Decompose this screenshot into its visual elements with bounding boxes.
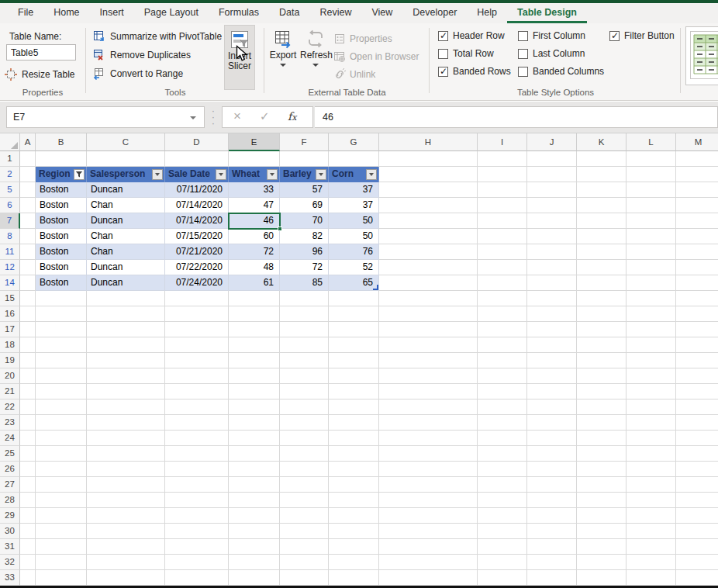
checkbox-box-first-column[interactable] bbox=[518, 31, 528, 41]
row-header-26[interactable]: 26 bbox=[0, 462, 20, 477]
row-header-32[interactable]: 32 bbox=[0, 555, 20, 570]
cancel-icon[interactable]: × bbox=[233, 109, 241, 124]
cell-F11[interactable]: 96 bbox=[280, 244, 329, 260]
row-header-22[interactable]: 22 bbox=[0, 399, 20, 415]
cell-B14[interactable]: Boston bbox=[36, 275, 87, 291]
row-header-2[interactable]: 2 bbox=[0, 167, 20, 182]
table-resize-handle[interactable] bbox=[373, 285, 378, 290]
cell-D8[interactable]: 07/15/2020 bbox=[165, 229, 229, 244]
table-name-input[interactable] bbox=[6, 44, 76, 61]
row-header-25[interactable]: 25 bbox=[0, 446, 20, 462]
row-header-1[interactable]: 1 bbox=[0, 151, 20, 167]
checkbox-box-banded-rows[interactable] bbox=[438, 67, 448, 77]
cell-D7[interactable]: 07/14/2020 bbox=[165, 213, 229, 229]
column-header-F[interactable]: F bbox=[280, 133, 329, 151]
row-header-21[interactable]: 21 bbox=[0, 384, 20, 399]
row-header-29[interactable]: 29 bbox=[0, 508, 20, 524]
checkbox-header-row[interactable]: Header Row bbox=[438, 29, 511, 43]
cell-F14[interactable]: 85 bbox=[280, 275, 329, 291]
filter-button-salesperson[interactable] bbox=[152, 169, 163, 180]
row-header-19[interactable]: 19 bbox=[0, 353, 20, 368]
cell-G11[interactable]: 76 bbox=[329, 244, 379, 260]
cell-D14[interactable]: 07/24/2020 bbox=[165, 275, 229, 291]
cell-E8[interactable]: 60 bbox=[229, 229, 280, 244]
cell-F5[interactable]: 57 bbox=[280, 182, 329, 198]
row-header-16[interactable]: 16 bbox=[0, 306, 20, 322]
checkbox-banded-columns[interactable]: Banded Columns bbox=[518, 64, 604, 78]
row-header-6[interactable]: 6 bbox=[0, 198, 20, 213]
column-header-L[interactable]: L bbox=[627, 133, 676, 151]
checkbox-box-total-row[interactable] bbox=[438, 49, 448, 59]
column-header-E[interactable]: E bbox=[229, 133, 280, 151]
row-header-18[interactable]: 18 bbox=[0, 337, 20, 353]
checkbox-banded-rows[interactable]: Banded Rows bbox=[438, 64, 511, 78]
cell-C6[interactable]: Chan bbox=[87, 198, 165, 213]
column-header-C[interactable]: C bbox=[87, 133, 165, 151]
export-button[interactable]: Export bbox=[268, 25, 299, 90]
column-header-D[interactable]: D bbox=[165, 133, 229, 151]
column-header-H[interactable]: H bbox=[379, 133, 478, 151]
cell-C11[interactable]: Chan bbox=[87, 244, 165, 260]
cell-G14[interactable]: 65 bbox=[329, 275, 379, 291]
table-header-salesperson[interactable]: Salesperson bbox=[87, 167, 165, 182]
summarize-with-pivottable-button[interactable]: Summarize with PivotTable bbox=[93, 27, 222, 46]
row-header-28[interactable]: 28 bbox=[0, 493, 20, 508]
cell-B5[interactable]: Boston bbox=[36, 182, 87, 198]
row-header-20[interactable]: 20 bbox=[0, 368, 20, 384]
row-header-24[interactable]: 24 bbox=[0, 431, 20, 446]
cell-C12[interactable]: Duncan bbox=[87, 260, 165, 275]
checkbox-box-filter-button[interactable] bbox=[609, 31, 620, 41]
table-header-wheat[interactable]: Wheat bbox=[229, 167, 280, 182]
tab-data[interactable]: Data bbox=[269, 3, 309, 23]
column-header-B[interactable]: B bbox=[36, 133, 87, 151]
row-header-31[interactable]: 31 bbox=[0, 539, 20, 555]
cell-F12[interactable]: 72 bbox=[280, 260, 329, 275]
cell-D11[interactable]: 07/21/2020 bbox=[165, 244, 229, 260]
row-header-8[interactable]: 8 bbox=[0, 229, 20, 244]
column-header-A[interactable]: A bbox=[20, 133, 36, 151]
cell-B12[interactable]: Boston bbox=[36, 260, 87, 275]
fx-icon[interactable]: fx bbox=[288, 110, 296, 123]
row-header-14[interactable]: 14 bbox=[0, 275, 20, 291]
tab-page-layout[interactable]: Page Layout bbox=[134, 3, 209, 23]
checkbox-last-column[interactable]: Last Column bbox=[518, 47, 604, 61]
cell-E5[interactable]: 33 bbox=[229, 182, 280, 198]
cell-B6[interactable]: Boston bbox=[36, 198, 87, 213]
checkbox-first-column[interactable]: First Column bbox=[518, 29, 604, 43]
row-header-11[interactable]: 11 bbox=[0, 244, 20, 260]
cell-G5[interactable]: 37 bbox=[329, 182, 379, 198]
checkbox-box-banded-columns[interactable] bbox=[518, 67, 528, 77]
tab-view[interactable]: View bbox=[361, 3, 402, 23]
formula-input[interactable]: 46 bbox=[315, 106, 718, 128]
cell-E14[interactable]: 61 bbox=[229, 275, 280, 291]
cell-G6[interactable]: 37 bbox=[329, 198, 379, 213]
cell-F6[interactable]: 69 bbox=[280, 198, 329, 213]
tab-help[interactable]: Help bbox=[467, 3, 507, 23]
cell-B7[interactable]: Boston bbox=[36, 213, 87, 229]
refresh-button[interactable]: Refresh bbox=[300, 25, 331, 90]
cell-B11[interactable]: Boston bbox=[36, 244, 87, 260]
cell-B8[interactable]: Boston bbox=[36, 229, 87, 244]
cell-D6[interactable]: 07/14/2020 bbox=[165, 198, 229, 213]
column-header-K[interactable]: K bbox=[577, 133, 627, 151]
row-header-17[interactable]: 17 bbox=[0, 322, 20, 337]
filter-button-sale-date[interactable] bbox=[216, 169, 226, 180]
export-dropdown-icon[interactable] bbox=[280, 64, 286, 67]
resize-table-button[interactable]: Resize Table bbox=[5, 65, 74, 84]
filter-button-barley[interactable] bbox=[316, 169, 326, 180]
column-header-J[interactable]: J bbox=[527, 133, 577, 151]
table-style-preview[interactable] bbox=[685, 26, 718, 85]
checkbox-box-header-row[interactable] bbox=[438, 31, 448, 41]
cell-E6[interactable]: 47 bbox=[229, 198, 280, 213]
tab-insert[interactable]: Insert bbox=[90, 3, 134, 23]
table-header-barley[interactable]: Barley bbox=[280, 167, 329, 182]
table-header-sale-date[interactable]: Sale Date bbox=[165, 167, 229, 182]
remove-duplicates-button[interactable]: Remove Duplicates bbox=[93, 46, 222, 64]
enter-icon[interactable]: ✓ bbox=[260, 109, 270, 123]
tab-file[interactable]: File bbox=[8, 3, 43, 23]
row-header-7[interactable]: 7 bbox=[0, 213, 20, 229]
column-header-M[interactable]: M bbox=[676, 133, 718, 151]
filter-button-region[interactable] bbox=[74, 169, 85, 180]
row-header-33[interactable]: 33 bbox=[0, 570, 20, 586]
cell-C5[interactable]: Duncan bbox=[87, 182, 165, 198]
